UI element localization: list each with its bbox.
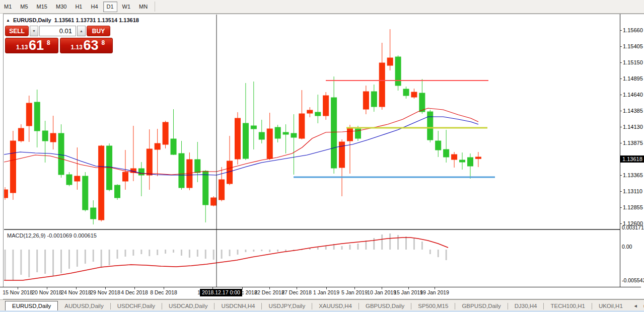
tab-eurusd-daily[interactable]: EURUSD,Daily	[5, 301, 58, 311]
candle-body	[203, 171, 208, 205]
buy-price-panel[interactable]: 1.13 63 8	[60, 38, 113, 53]
buy-price-prefix: 1.13	[71, 44, 83, 51]
price-tick	[620, 79, 622, 79]
candle-body	[427, 112, 433, 140]
candle-body	[66, 175, 72, 185]
tab-usdcad-daily[interactable]: USDCAD,Daily	[162, 301, 214, 311]
collapse-triangle-icon[interactable]: ▲	[6, 18, 10, 23]
sell-price-prefix: 1.13	[16, 44, 28, 51]
lot-increase-button[interactable]: ▲	[77, 26, 86, 36]
candle-body	[91, 208, 96, 219]
candle-body	[4, 190, 8, 198]
candle-body	[323, 96, 329, 116]
candle-body	[179, 153, 184, 188]
candle-body	[83, 176, 88, 210]
price-label: 1.14130	[623, 124, 643, 130]
chart-window: ▲ EURUSD,Daily 1.13561 1.13731 1.13514 1…	[0, 14, 644, 299]
macd-scale-label: 0.003171	[622, 224, 644, 230]
date-label: 8 Dec 2018	[150, 289, 177, 295]
tabs-scroll-left-icon[interactable]: ◄	[633, 303, 638, 308]
price-label: 1.15405	[623, 43, 643, 49]
tab-sp500-m15[interactable]: SP500,M15	[411, 301, 455, 311]
timeframe-button-d1[interactable]: D1	[103, 2, 117, 12]
date-label: 15 Jan 2019	[394, 289, 423, 295]
date-label: 1 Jan 2019	[313, 289, 339, 295]
date-label: 19 Jan 2019	[420, 289, 449, 295]
date-label: 20 Nov 2018	[32, 289, 62, 295]
macd-indicator-label: MACD(12,26,9) -0.001069 0.000615	[7, 232, 97, 239]
candle-body	[436, 141, 441, 150]
tab-usdjpy-daily[interactable]: USDJPY,Daily	[262, 301, 312, 311]
price-label: 1.14640	[623, 92, 643, 98]
ma-fast-line	[4, 108, 478, 175]
candle-body	[34, 102, 40, 131]
price-tick	[620, 30, 622, 31]
price-tick	[620, 62, 622, 63]
candle-body	[283, 132, 289, 134]
macd-scale-label: -0.005543	[622, 277, 644, 283]
candle-body	[122, 172, 128, 181]
candle-body	[411, 92, 417, 97]
crosshair-date-tooltip: 2018.12.17 0:00	[200, 289, 242, 296]
tab-audusd-daily[interactable]: AUDUSD,Daily	[58, 301, 110, 311]
date-axis[interactable]: 15 Nov 201820 Nov 201824 Nov 201829 Nov …	[0, 287, 641, 299]
toolbar-separator	[155, 2, 155, 12]
date-label: 10 Jan 2019	[367, 289, 396, 295]
candle-body	[307, 110, 313, 113]
candle-body	[99, 146, 104, 220]
price-label: 1.13110	[623, 188, 642, 194]
price-label: 1.15150	[623, 59, 643, 65]
candle-body	[171, 139, 176, 154]
price-label: 1.12855	[623, 204, 643, 210]
candle-body	[460, 160, 465, 162]
lot-decrease-button[interactable]: ▼	[30, 26, 38, 36]
chart-canvas[interactable]	[4, 14, 620, 287]
timeframe-button-w1[interactable]: W1	[119, 2, 134, 12]
tab-gbpusd-daily[interactable]: GBPUSD,Daily	[455, 301, 507, 311]
sell-button[interactable]: SELL	[5, 26, 29, 36]
price-tick	[620, 127, 622, 127]
chart-header: ▲ EURUSD,Daily 1.13561 1.13731 1.13514 1…	[6, 17, 139, 23]
candle-body	[347, 128, 352, 141]
candle-body	[243, 123, 248, 159]
candle-body	[155, 143, 160, 149]
candle-body	[211, 198, 217, 205]
tab-usdcnh-h4[interactable]: USDCNH,H4	[214, 301, 261, 311]
candle-body	[403, 89, 409, 96]
date-label: 5 Jan 2019	[341, 289, 368, 295]
tab-tech100-h1[interactable]: TECH100,H1	[544, 301, 591, 311]
candle-body	[75, 176, 80, 181]
timeframe-button-h4[interactable]: H4	[87, 2, 101, 12]
tab-usdchf-daily[interactable]: USDCHF,Daily	[111, 301, 162, 311]
candle-body	[475, 157, 481, 159]
candle-body	[26, 103, 32, 126]
candle-body	[379, 63, 385, 107]
lot-size-input[interactable]	[39, 26, 76, 36]
candle-body	[219, 180, 225, 200]
timeframe-button-m5[interactable]: M5	[17, 2, 31, 12]
price-scale[interactable]: 1.13618 1.156601.154051.151501.148951.14…	[620, 14, 644, 287]
chart-ohlc-values: 1.13561 1.13731 1.13514 1.13618	[54, 17, 139, 23]
candle-body	[444, 149, 449, 157]
price-label: 1.13875	[623, 140, 643, 146]
timeframe-button-h1[interactable]: H1	[71, 2, 86, 12]
tab-ukoil-h1[interactable]: UKOil,H1	[592, 301, 629, 311]
timeframe-button-m1[interactable]: M1	[1, 2, 15, 12]
timeframe-button-m15[interactable]: M15	[33, 2, 51, 12]
candle-body	[315, 112, 321, 116]
timeframe-button-m30[interactable]: M30	[52, 2, 70, 12]
tab-xauusd-h4[interactable]: XAUUSD,H4	[312, 301, 359, 311]
timeframe-toolbar: M1M5M15M30H1H4D1W1MN	[0, 0, 644, 14]
tab-gbpusd-daily[interactable]: GBPUSD,Daily	[359, 301, 411, 311]
pane-separator[interactable]	[4, 229, 620, 230]
current-price-label: 1.13618	[620, 155, 644, 163]
candle-body	[275, 127, 280, 138]
sell-price-panel[interactable]: 1.13 61 8	[5, 38, 58, 53]
one-click-trade-panel: SELL ▼ ▲ BUY 1.13 61 8 1.13 63 8	[5, 26, 113, 53]
timeframe-button-mn[interactable]: MN	[135, 2, 151, 12]
sell-price-sup: 8	[47, 39, 50, 46]
sell-price-big: 61	[29, 38, 44, 53]
tab-dj30-h4[interactable]: DJ30,H4	[508, 301, 544, 311]
buy-button[interactable]: BUY	[87, 26, 110, 36]
date-label: 4 Dec 2018	[121, 289, 148, 295]
